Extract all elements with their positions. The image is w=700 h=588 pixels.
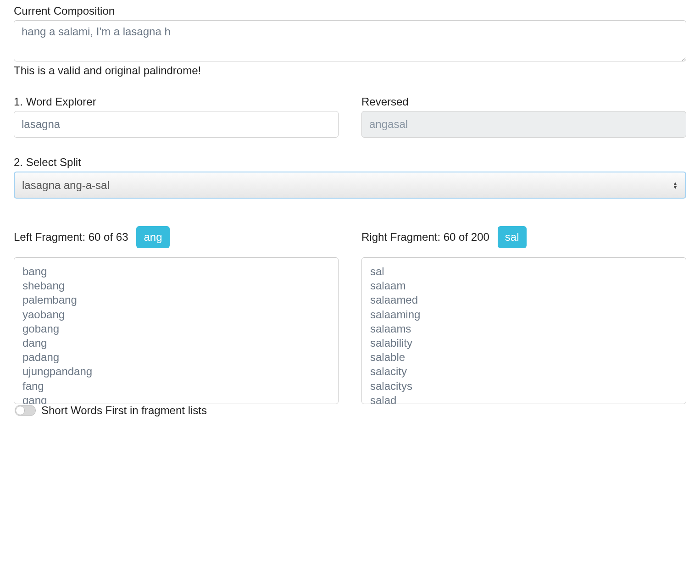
composition-label: Current Composition — [14, 5, 686, 17]
right-fragment-listbox[interactable]: salsalaamsalaamedsalaamingsalaamssalabil… — [361, 257, 686, 404]
explorer-row: 1. Word Explorer Reversed — [14, 95, 686, 138]
left-fragment-listbox[interactable]: bangshebangpalembangyaobanggobangdangpad… — [14, 257, 339, 404]
list-item[interactable]: padang — [22, 350, 330, 364]
list-item[interactable]: salaams — [370, 322, 678, 336]
short-words-toggle-label: Short Words First in fragment lists — [41, 404, 207, 417]
toggle-knob-icon — [16, 406, 25, 415]
list-item[interactable]: salability — [370, 336, 678, 350]
left-fragment-col: Left Fragment: 60 of 63 ang bangshebangp… — [14, 199, 339, 404]
reversed-input — [361, 111, 686, 138]
list-item[interactable]: sal — [370, 264, 678, 278]
word-explorer-label: 1. Word Explorer — [14, 95, 339, 108]
list-item[interactable]: yaobang — [22, 307, 330, 322]
short-words-toggle[interactable] — [15, 405, 36, 416]
toggle-row: Short Words First in fragment lists — [14, 404, 686, 417]
right-fragment-label: Right Fragment: 60 of 200 — [361, 231, 489, 244]
left-fragment-badge[interactable]: ang — [136, 226, 169, 248]
list-item[interactable]: salaamed — [370, 293, 678, 307]
reversed-col: Reversed — [361, 95, 686, 138]
split-label: 2. Select Split — [14, 156, 686, 169]
composition-textarea[interactable] — [14, 20, 686, 61]
list-item[interactable]: palembang — [22, 293, 330, 307]
reversed-label: Reversed — [361, 95, 686, 108]
list-item[interactable]: bang — [22, 264, 330, 278]
app-container: Current Composition This is a valid and … — [0, 0, 700, 422]
list-item[interactable]: salacity — [370, 364, 678, 378]
right-fragment-col: Right Fragment: 60 of 200 sal salsalaams… — [361, 199, 686, 404]
list-item[interactable]: salacitys — [370, 379, 678, 393]
list-item[interactable]: ujungpandang — [22, 364, 330, 378]
list-item[interactable]: salaam — [370, 278, 678, 293]
right-fragment-header: Right Fragment: 60 of 200 sal — [361, 226, 686, 248]
list-item[interactable]: gobang — [22, 322, 330, 336]
left-fragment-label: Left Fragment: 60 of 63 — [14, 231, 128, 244]
word-explorer-input[interactable] — [14, 111, 339, 138]
word-explorer-col: 1. Word Explorer — [14, 95, 339, 138]
split-select-wrap: lasagna ang-a-sal ▲▼ — [14, 172, 686, 199]
list-item[interactable]: salad — [370, 393, 678, 404]
list-item[interactable]: dang — [22, 336, 330, 350]
left-fragment-header: Left Fragment: 60 of 63 ang — [14, 226, 339, 248]
list-item[interactable]: fang — [22, 379, 330, 393]
fragments-row: Left Fragment: 60 of 63 ang bangshebangp… — [14, 199, 686, 404]
list-item[interactable]: salaaming — [370, 307, 678, 322]
right-fragment-badge[interactable]: sal — [498, 226, 527, 248]
list-item[interactable]: salable — [370, 350, 678, 364]
split-select[interactable]: lasagna ang-a-sal — [14, 172, 686, 199]
list-item[interactable]: shebang — [22, 278, 330, 293]
status-text: This is a valid and original palindrome! — [14, 64, 686, 77]
list-item[interactable]: gang — [22, 393, 330, 404]
